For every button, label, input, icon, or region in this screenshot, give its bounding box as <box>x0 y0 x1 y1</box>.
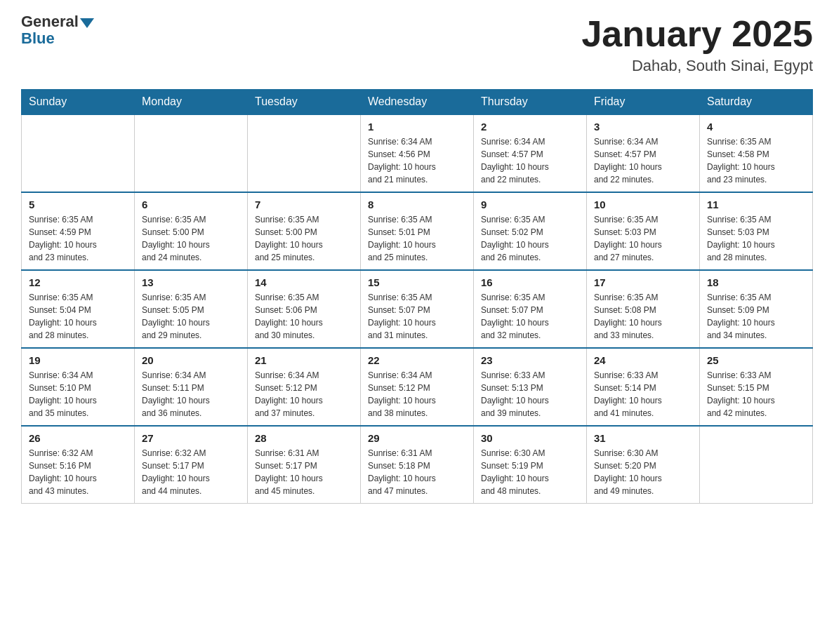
calendar-cell: 1Sunrise: 6:34 AM Sunset: 4:56 PM Daylig… <box>361 114 474 192</box>
day-number: 18 <box>707 276 805 288</box>
calendar-cell: 12Sunrise: 6:35 AM Sunset: 5:04 PM Dayli… <box>22 270 135 348</box>
day-info: Sunrise: 6:35 AM Sunset: 5:03 PM Dayligh… <box>594 213 692 264</box>
day-number: 10 <box>594 199 692 210</box>
page-header: General Blue January 2025 Dahab, South S… <box>21 14 813 75</box>
day-number: 24 <box>594 354 692 366</box>
day-info: Sunrise: 6:33 AM Sunset: 5:15 PM Dayligh… <box>707 369 805 420</box>
calendar-cell: 16Sunrise: 6:35 AM Sunset: 5:07 PM Dayli… <box>474 270 587 348</box>
calendar-cell: 10Sunrise: 6:35 AM Sunset: 5:03 PM Dayli… <box>587 192 700 270</box>
week-row-3: 12Sunrise: 6:35 AM Sunset: 5:04 PM Dayli… <box>22 270 813 348</box>
calendar-cell <box>700 426 813 504</box>
calendar-cell: 31Sunrise: 6:30 AM Sunset: 5:20 PM Dayli… <box>587 426 700 504</box>
day-info: Sunrise: 6:34 AM Sunset: 5:12 PM Dayligh… <box>368 369 466 420</box>
day-number: 7 <box>255 199 353 210</box>
day-number: 29 <box>368 432 466 444</box>
day-number: 16 <box>481 276 579 288</box>
day-number: 15 <box>368 276 466 288</box>
day-info: Sunrise: 6:31 AM Sunset: 5:17 PM Dayligh… <box>255 447 353 497</box>
calendar-cell: 2Sunrise: 6:34 AM Sunset: 4:57 PM Daylig… <box>474 114 587 192</box>
day-number: 1 <box>368 121 466 133</box>
day-number: 26 <box>29 432 127 444</box>
calendar-cell: 28Sunrise: 6:31 AM Sunset: 5:17 PM Dayli… <box>248 426 361 504</box>
day-number: 14 <box>255 276 353 288</box>
day-info: Sunrise: 6:34 AM Sunset: 5:10 PM Dayligh… <box>29 369 127 420</box>
calendar-cell: 27Sunrise: 6:32 AM Sunset: 5:17 PM Dayli… <box>135 426 248 504</box>
day-number: 25 <box>707 354 805 366</box>
day-info: Sunrise: 6:34 AM Sunset: 4:57 PM Dayligh… <box>481 135 579 186</box>
day-number: 30 <box>481 432 579 444</box>
calendar-cell: 24Sunrise: 6:33 AM Sunset: 5:14 PM Dayli… <box>587 348 700 426</box>
week-row-5: 26Sunrise: 6:32 AM Sunset: 5:16 PM Dayli… <box>22 426 813 504</box>
logo: General Blue <box>21 14 95 48</box>
day-number: 12 <box>29 276 127 288</box>
day-info: Sunrise: 6:33 AM Sunset: 5:13 PM Dayligh… <box>481 369 579 420</box>
calendar-cell: 26Sunrise: 6:32 AM Sunset: 5:16 PM Dayli… <box>22 426 135 504</box>
calendar-cell: 7Sunrise: 6:35 AM Sunset: 5:00 PM Daylig… <box>248 192 361 270</box>
calendar-cell: 11Sunrise: 6:35 AM Sunset: 5:03 PM Dayli… <box>700 192 813 270</box>
day-number: 11 <box>707 199 805 210</box>
weekday-header-thursday: Thursday <box>474 90 587 115</box>
calendar-table: SundayMondayTuesdayWednesdayThursdayFrid… <box>21 89 813 504</box>
calendar-cell: 6Sunrise: 6:35 AM Sunset: 5:00 PM Daylig… <box>135 192 248 270</box>
day-info: Sunrise: 6:35 AM Sunset: 5:06 PM Dayligh… <box>255 291 353 342</box>
day-number: 3 <box>594 121 692 133</box>
calendar-cell: 23Sunrise: 6:33 AM Sunset: 5:13 PM Dayli… <box>474 348 587 426</box>
calendar-cell: 8Sunrise: 6:35 AM Sunset: 5:01 PM Daylig… <box>361 192 474 270</box>
day-info: Sunrise: 6:35 AM Sunset: 4:59 PM Dayligh… <box>29 213 127 264</box>
title-area: January 2025 Dahab, South Sinai, Egypt <box>581 14 813 75</box>
calendar-cell <box>135 114 248 192</box>
day-info: Sunrise: 6:35 AM Sunset: 5:08 PM Dayligh… <box>594 291 692 342</box>
day-number: 28 <box>255 432 353 444</box>
week-row-4: 19Sunrise: 6:34 AM Sunset: 5:10 PM Dayli… <box>22 348 813 426</box>
calendar-cell: 4Sunrise: 6:35 AM Sunset: 4:58 PM Daylig… <box>700 114 813 192</box>
day-number: 6 <box>142 199 240 210</box>
calendar-cell: 21Sunrise: 6:34 AM Sunset: 5:12 PM Dayli… <box>248 348 361 426</box>
day-info: Sunrise: 6:34 AM Sunset: 4:56 PM Dayligh… <box>368 135 466 186</box>
day-number: 5 <box>29 199 127 210</box>
day-info: Sunrise: 6:30 AM Sunset: 5:20 PM Dayligh… <box>594 447 692 497</box>
day-info: Sunrise: 6:34 AM Sunset: 5:12 PM Dayligh… <box>255 369 353 420</box>
day-info: Sunrise: 6:33 AM Sunset: 5:14 PM Dayligh… <box>594 369 692 420</box>
day-info: Sunrise: 6:35 AM Sunset: 5:00 PM Dayligh… <box>255 213 353 264</box>
day-number: 2 <box>481 121 579 133</box>
logo-arrow-icon <box>80 18 94 28</box>
day-info: Sunrise: 6:35 AM Sunset: 5:03 PM Dayligh… <box>707 213 805 264</box>
calendar-cell: 19Sunrise: 6:34 AM Sunset: 5:10 PM Dayli… <box>22 348 135 426</box>
day-info: Sunrise: 6:35 AM Sunset: 5:07 PM Dayligh… <box>481 291 579 342</box>
weekday-header-row: SundayMondayTuesdayWednesdayThursdayFrid… <box>22 90 813 115</box>
location-subtitle: Dahab, South Sinai, Egypt <box>581 57 813 75</box>
calendar-cell <box>248 114 361 192</box>
day-info: Sunrise: 6:35 AM Sunset: 5:00 PM Dayligh… <box>142 213 240 264</box>
day-number: 17 <box>594 276 692 288</box>
day-number: 19 <box>29 354 127 366</box>
week-row-2: 5Sunrise: 6:35 AM Sunset: 4:59 PM Daylig… <box>22 192 813 270</box>
day-info: Sunrise: 6:34 AM Sunset: 4:57 PM Dayligh… <box>594 135 692 186</box>
day-number: 20 <box>142 354 240 366</box>
day-number: 21 <box>255 354 353 366</box>
weekday-header-tuesday: Tuesday <box>248 90 361 115</box>
day-number: 31 <box>594 432 692 444</box>
calendar-cell: 30Sunrise: 6:30 AM Sunset: 5:19 PM Dayli… <box>474 426 587 504</box>
calendar-cell: 29Sunrise: 6:31 AM Sunset: 5:18 PM Dayli… <box>361 426 474 504</box>
month-title: January 2025 <box>581 14 813 54</box>
calendar-cell: 5Sunrise: 6:35 AM Sunset: 4:59 PM Daylig… <box>22 192 135 270</box>
day-number: 4 <box>707 121 805 133</box>
calendar-cell: 3Sunrise: 6:34 AM Sunset: 4:57 PM Daylig… <box>587 114 700 192</box>
calendar-cell: 14Sunrise: 6:35 AM Sunset: 5:06 PM Dayli… <box>248 270 361 348</box>
calendar-cell: 17Sunrise: 6:35 AM Sunset: 5:08 PM Dayli… <box>587 270 700 348</box>
day-number: 23 <box>481 354 579 366</box>
day-number: 13 <box>142 276 240 288</box>
calendar-cell: 18Sunrise: 6:35 AM Sunset: 5:09 PM Dayli… <box>700 270 813 348</box>
week-row-1: 1Sunrise: 6:34 AM Sunset: 4:56 PM Daylig… <box>22 114 813 192</box>
day-info: Sunrise: 6:35 AM Sunset: 5:05 PM Dayligh… <box>142 291 240 342</box>
day-info: Sunrise: 6:35 AM Sunset: 5:02 PM Dayligh… <box>481 213 579 264</box>
logo-general-text: General <box>21 14 79 29</box>
calendar-cell: 9Sunrise: 6:35 AM Sunset: 5:02 PM Daylig… <box>474 192 587 270</box>
weekday-header-sunday: Sunday <box>22 90 135 115</box>
calendar-cell: 15Sunrise: 6:35 AM Sunset: 5:07 PM Dayli… <box>361 270 474 348</box>
weekday-header-wednesday: Wednesday <box>361 90 474 115</box>
day-info: Sunrise: 6:32 AM Sunset: 5:17 PM Dayligh… <box>142 447 240 497</box>
weekday-header-friday: Friday <box>587 90 700 115</box>
weekday-header-monday: Monday <box>135 90 248 115</box>
calendar-cell: 22Sunrise: 6:34 AM Sunset: 5:12 PM Dayli… <box>361 348 474 426</box>
